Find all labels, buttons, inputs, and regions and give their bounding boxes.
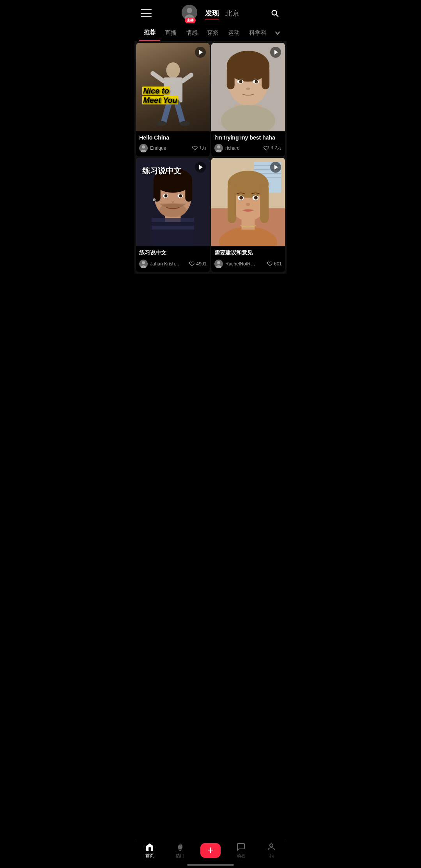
- nav-hot-label: 热门: [176, 853, 184, 859]
- svg-point-13: [142, 145, 145, 148]
- cat-tab-recommended[interactable]: 推荐: [139, 25, 160, 41]
- svg-rect-57: [228, 184, 236, 223]
- card-title-3: 练习说中文: [139, 249, 207, 256]
- card-meta-2: richard 3.2万: [214, 144, 282, 152]
- content-grid: Nice to Meet You Hello China Enrique: [134, 41, 287, 274]
- card-author-2: richard: [214, 144, 240, 152]
- bottom-navigation: 首页 热门 + 消息 我: [134, 839, 287, 868]
- fire-icon: [175, 842, 185, 852]
- author-name-2: richard: [225, 145, 240, 151]
- author-avatar-3: [139, 260, 148, 268]
- play-button-1[interactable]: [195, 47, 206, 58]
- heart-icon-3: [189, 261, 195, 267]
- card-thumbnail-2: [211, 43, 285, 131]
- svg-point-28: [216, 150, 221, 152]
- nav-tab-beijing[interactable]: 北京: [225, 7, 239, 19]
- author-avatar-1: [139, 144, 148, 152]
- svg-point-39: [179, 194, 182, 197]
- search-button[interactable]: [269, 8, 280, 19]
- nav-messages[interactable]: 消息: [226, 842, 256, 859]
- card-info-3: 练习说中文 Jahan Krishan... 4901: [136, 246, 210, 272]
- svg-rect-58: [260, 184, 269, 223]
- message-icon: [236, 842, 246, 852]
- svg-point-1: [187, 8, 192, 13]
- live-avatar[interactable]: 直播: [182, 5, 199, 22]
- add-button[interactable]: +: [200, 843, 221, 858]
- svg-point-12: [180, 121, 190, 126]
- home-indicator: [187, 864, 234, 866]
- card-thumbnail-4: [211, 158, 285, 246]
- svg-point-23: [239, 80, 242, 83]
- svg-point-65: [216, 265, 221, 268]
- svg-point-64: [217, 261, 220, 264]
- card-meta-1: Enrique 1万: [139, 144, 207, 152]
- nav-center: 直播 发现 北京: [182, 5, 239, 22]
- svg-point-63: [246, 203, 250, 206]
- category-dropdown-button[interactable]: [271, 27, 284, 39]
- video-card-3[interactable]: 练习说中文 练习说中文 Jahan Krishan... 490: [136, 158, 210, 272]
- card-author-3: Jahan Krishan...: [139, 260, 181, 268]
- card-info-4: 需要建议和意见 RachelNotRach... 601: [211, 246, 285, 272]
- cat-tab-emotion[interactable]: 情感: [181, 25, 202, 41]
- play-button-2[interactable]: [270, 47, 281, 58]
- cat-tab-sports[interactable]: 运动: [223, 25, 244, 41]
- svg-rect-66: [149, 847, 151, 851]
- video-card-4[interactable]: 需要建议和意见 RachelNotRach... 601: [211, 158, 285, 272]
- cat-tab-outfit[interactable]: 穿搭: [202, 25, 223, 41]
- card-title-2: i'm trying my best haha: [214, 134, 282, 141]
- svg-rect-42: [152, 218, 194, 222]
- card-title-4: 需要建议和意见: [214, 249, 282, 256]
- card-thumbnail-3: 练习说中文: [136, 158, 210, 246]
- nav-home-label: 首页: [145, 853, 154, 859]
- card-thumbnail-1: Nice to Meet You: [136, 43, 210, 131]
- svg-rect-19: [227, 66, 235, 90]
- likes-count-1: 1万: [199, 145, 207, 151]
- card-likes-1: 1万: [192, 145, 207, 151]
- likes-count-3: 4901: [196, 261, 207, 267]
- heart-icon-2: [264, 145, 269, 151]
- author-name-4: RachelNotRach...: [225, 261, 256, 267]
- author-avatar-4: [214, 260, 223, 268]
- svg-line-9: [163, 103, 169, 122]
- card-likes-4: 601: [267, 261, 282, 267]
- nav-home[interactable]: 首页: [134, 842, 165, 859]
- menu-button[interactable]: [141, 9, 152, 17]
- nav-add[interactable]: +: [195, 843, 226, 858]
- svg-rect-43: [152, 226, 194, 230]
- card-meta-3: Jahan Krishan... 4901: [139, 260, 207, 268]
- cat-tab-live[interactable]: 直播: [160, 25, 181, 41]
- svg-line-7: [152, 73, 163, 81]
- svg-line-10: [177, 103, 182, 122]
- nav-right: [269, 8, 280, 19]
- card-likes-2: 3.2万: [264, 145, 282, 151]
- svg-point-27: [217, 145, 220, 148]
- author-name-1: Enrique: [150, 145, 166, 151]
- nav-left: [141, 9, 152, 17]
- card-info-2: i'm trying my best haha richard 3.2万: [211, 131, 285, 156]
- home-icon: [145, 842, 154, 852]
- live-badge: 直播: [185, 18, 196, 23]
- nav-profile[interactable]: 我: [256, 842, 287, 859]
- svg-point-44: [142, 261, 145, 264]
- cat-tab-science[interactable]: 科学科: [244, 25, 271, 41]
- card-likes-3: 4901: [189, 261, 207, 267]
- svg-point-38: [165, 194, 168, 197]
- author-name-3: Jahan Krishan...: [150, 261, 181, 267]
- video-card-1[interactable]: Nice to Meet You Hello China Enrique: [136, 43, 210, 156]
- svg-rect-20: [262, 66, 269, 90]
- play-button-4[interactable]: [270, 162, 281, 173]
- svg-rect-30: [152, 218, 194, 246]
- play-button-3[interactable]: [195, 162, 206, 173]
- nav-messages-label: 消息: [237, 853, 245, 859]
- svg-point-41: [153, 198, 156, 201]
- likes-count-2: 3.2万: [271, 145, 282, 151]
- nav-tab-discover[interactable]: 发现: [205, 7, 219, 19]
- category-tabs: 推荐 直播 情感 穿搭 运动 科学科: [134, 25, 287, 41]
- nav-hot[interactable]: 热门: [165, 842, 195, 859]
- card-overlay-text-1: Nice to Meet You: [142, 86, 178, 105]
- svg-line-8: [182, 75, 191, 81]
- card-info-1: Hello China Enrique 1万: [136, 131, 210, 156]
- svg-point-24: [255, 80, 258, 83]
- video-card-2[interactable]: i'm trying my best haha richard 3.2万: [211, 43, 285, 156]
- author-avatar-2: [214, 144, 223, 152]
